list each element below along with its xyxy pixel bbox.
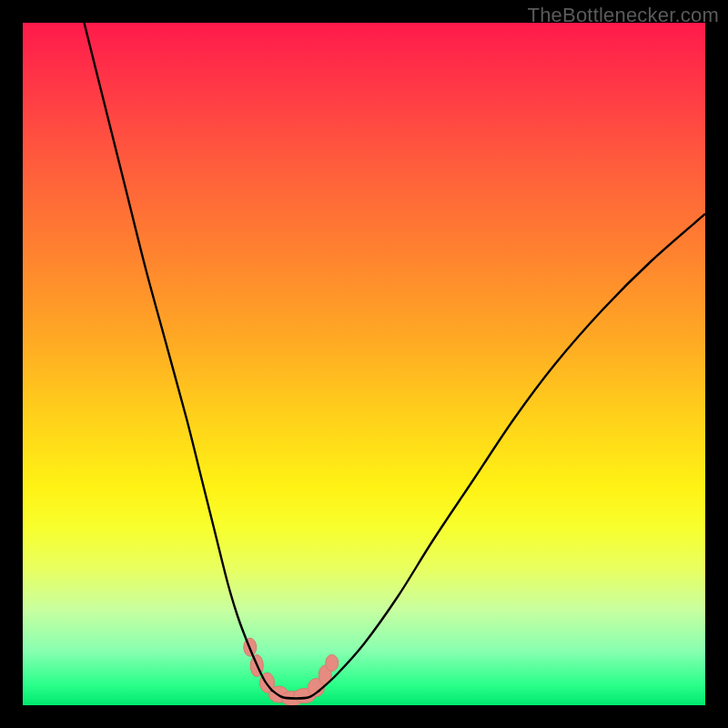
valley-marker (326, 655, 339, 672)
valley-marker-group (244, 638, 339, 705)
chart-plot-area (23, 23, 705, 705)
bottleneck-curve-layer (23, 23, 705, 705)
bottleneck-curve (85, 23, 706, 699)
